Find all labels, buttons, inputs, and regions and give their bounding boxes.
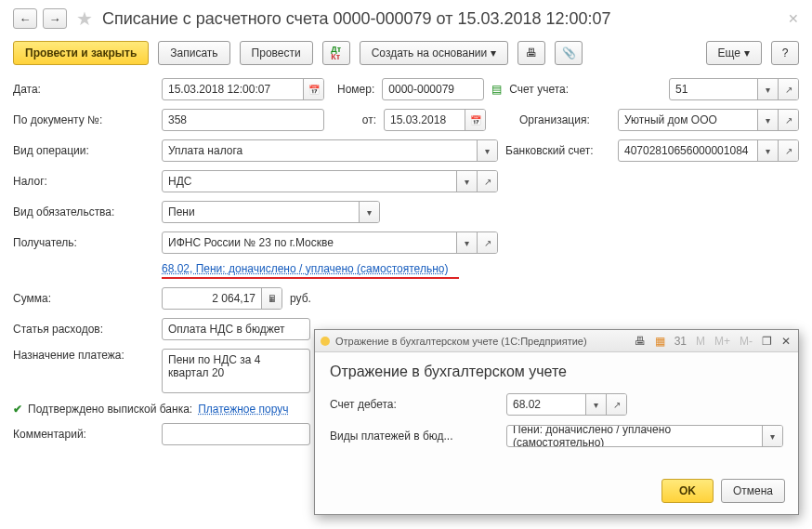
list-icon[interactable]: ▤	[491, 83, 502, 96]
chevron-down-icon[interactable]: ▾	[585, 394, 606, 415]
op-type-field[interactable]: Уплата налога ▾	[162, 139, 498, 162]
calendar-icon[interactable]: 31	[673, 335, 688, 348]
accounting-modal: Отражение в бухгалтерском учете (1С:Пред…	[314, 329, 799, 515]
modal-heading: Отражение в бухгалтерском учете	[330, 364, 783, 380]
open-icon[interactable]: ↗	[606, 394, 626, 415]
help-button[interactable]: ?	[771, 41, 799, 65]
print-button[interactable]: 🖶	[517, 41, 545, 65]
date-field[interactable]: 15.03.2018 12:00:07 📅	[162, 78, 324, 100]
print-icon: 🖶	[526, 46, 537, 60]
account-label: Счет учета:	[509, 83, 569, 96]
sum-field[interactable]: 2 064,17 🖩	[162, 287, 282, 310]
recipient-field[interactable]: ИФНС России № 23 по г.Москве ▾ ↗	[162, 231, 498, 254]
dtkt-icon: ДтКт	[331, 46, 341, 60]
open-icon[interactable]: ↗	[778, 79, 798, 99]
chevron-down-icon[interactable]: ▾	[477, 140, 497, 161]
currency-label: руб.	[290, 292, 311, 305]
close-icon[interactable]: ✕	[779, 335, 792, 348]
calculator-icon[interactable]: 🖩	[261, 288, 282, 309]
expense-label: Статья расходов:	[13, 323, 162, 336]
app-icon	[321, 337, 330, 346]
doc-from-label: от:	[337, 113, 376, 126]
tax-label: Налог:	[13, 175, 162, 188]
submit-button[interactable]: Провести	[240, 41, 313, 65]
memory-mminus: M-	[738, 335, 754, 348]
attach-button[interactable]: 📎	[555, 41, 583, 65]
create-based-button[interactable]: Создать на основании ▾	[360, 41, 509, 65]
open-icon[interactable]: ↗	[778, 110, 798, 130]
org-field[interactable]: Уютный дом ООО ▾ ↗	[618, 109, 799, 131]
tax-field[interactable]: НДС ▾ ↗	[162, 170, 498, 192]
date-label: Дата:	[13, 83, 162, 96]
debit-label: Счет дебета:	[330, 398, 497, 411]
chevron-down-icon[interactable]: ▾	[757, 110, 778, 130]
chevron-down-icon[interactable]: ▾	[456, 171, 477, 192]
page-title: Списание с расчетного счета 0000-000079 …	[102, 9, 611, 29]
save-button[interactable]: Записать	[158, 41, 229, 65]
star-icon[interactable]: ★	[76, 7, 93, 30]
dtkt-button[interactable]: ДтКт	[322, 41, 350, 65]
purpose-field[interactable]: Пени по НДС за 4 квартал 20	[162, 349, 310, 393]
chevron-down-icon[interactable]: ▾	[757, 140, 778, 161]
cancel-button[interactable]: Отмена	[721, 479, 785, 503]
comment-field[interactable]	[162, 423, 310, 445]
bank-acc-field[interactable]: 40702810656000001084 ▾ ↗	[618, 139, 799, 162]
payment-types-label: Виды платежей в бюд...	[330, 430, 497, 443]
red-underline	[162, 277, 459, 279]
memory-m: M	[694, 335, 707, 348]
bank-acc-label: Банковский счет:	[505, 144, 594, 157]
payment-types-field[interactable]: Пени: доначислено / уплачено (самостояте…	[506, 425, 783, 447]
doc-no-label: По документу №:	[13, 113, 162, 126]
confirmed-label: Подтверждено выпиской банка:	[28, 403, 192, 416]
op-type-label: Вид операции:	[13, 144, 162, 157]
open-icon[interactable]: ↗	[477, 171, 497, 192]
chevron-down-icon[interactable]: ▾	[757, 79, 778, 99]
chevron-down-icon[interactable]: ▾	[456, 232, 477, 253]
debit-field[interactable]: 68.02 ▾ ↗	[506, 393, 627, 416]
calendar-icon[interactable]: 📅	[303, 79, 323, 99]
obligation-label: Вид обязательства:	[13, 205, 162, 218]
accounting-link[interactable]: 68.02, Пени: доначислено / уплачено (сам…	[162, 262, 448, 275]
more-button[interactable]: Еще ▾	[706, 41, 762, 65]
obligation-field[interactable]: Пени ▾	[162, 201, 380, 223]
print-icon[interactable]: 🖶	[633, 335, 648, 348]
ok-button[interactable]: OK	[661, 479, 714, 503]
doc-no-field[interactable]: 358	[162, 109, 324, 131]
doc-from-field[interactable]: 15.03.2018 📅	[384, 109, 486, 131]
modal-window-title: Отражение в бухгалтерском учете (1С:Пред…	[335, 336, 587, 347]
memory-mplus: M+	[713, 335, 732, 348]
number-field[interactable]: 0000-000079	[382, 78, 484, 100]
number-label: Номер:	[337, 83, 374, 96]
checkbox-checked-icon[interactable]: ✔	[13, 403, 22, 416]
open-icon[interactable]: ↗	[477, 232, 497, 253]
sum-label: Сумма:	[13, 292, 162, 305]
org-label: Организация:	[519, 113, 590, 126]
close-icon[interactable]: ✕	[788, 11, 799, 26]
nav-forward-button[interactable]: →	[43, 8, 67, 29]
grid-icon[interactable]: ▦	[653, 335, 667, 348]
nav-back-button[interactable]: ←	[13, 8, 37, 29]
chevron-down-icon[interactable]: ▾	[762, 426, 782, 446]
paperclip-icon: 📎	[562, 46, 576, 60]
recipient-label: Получатель:	[13, 236, 162, 249]
chevron-down-icon: ▾	[744, 46, 750, 60]
comment-label: Комментарий:	[13, 428, 162, 441]
chevron-down-icon: ▾	[491, 46, 496, 60]
expense-field[interactable]: Оплата НДС в бюджет	[162, 318, 310, 340]
restore-icon[interactable]: ❐	[760, 335, 774, 348]
payment-order-link[interactable]: Платежное поруч	[198, 403, 288, 416]
calendar-icon[interactable]: 📅	[465, 110, 485, 130]
account-field[interactable]: 51 ▾ ↗	[669, 78, 799, 100]
submit-close-button[interactable]: Провести и закрыть	[13, 41, 149, 65]
purpose-label: Назначение платежа:	[13, 349, 162, 362]
chevron-down-icon[interactable]: ▾	[359, 202, 379, 222]
open-icon[interactable]: ↗	[778, 140, 798, 161]
